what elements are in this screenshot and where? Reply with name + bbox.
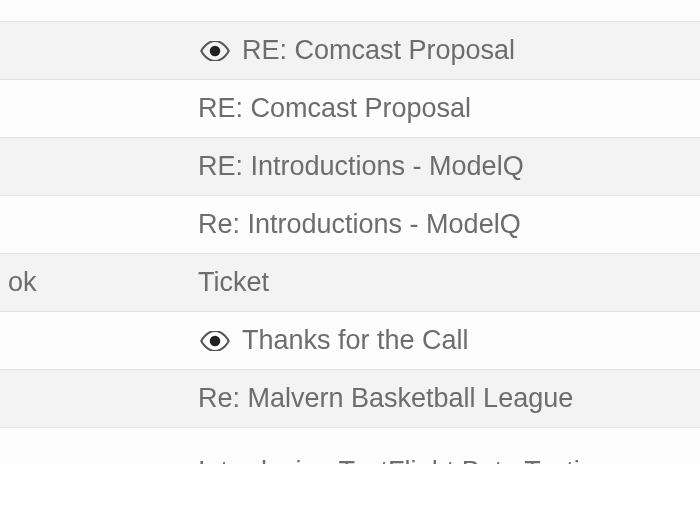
subject-text: RE: Comcast Proposal (242, 35, 515, 66)
subject-cell: RE: Comcast Proposal (198, 93, 700, 124)
subject-text: Thanks for the Call (242, 325, 469, 356)
subject-text: Introducing TestFlight Beta Testing (198, 456, 610, 464)
subject-text: RE: Comcast Proposal (198, 93, 471, 124)
subject-cell: Introducing TestFlight Beta Testing (198, 456, 700, 464)
subject-text: RE: Introductions - ModelQ (198, 151, 524, 182)
email-row[interactable]: ok Ticket (0, 254, 700, 312)
email-row[interactable]: RE: Introductions - ModelQ (0, 138, 700, 196)
subject-cell: RE: Introductions - ModelQ (198, 151, 700, 182)
subject-text: Re: Malvern Basketball League (198, 383, 573, 414)
email-row[interactable]: RE: Comcast Proposal (0, 22, 700, 80)
sender-cell: ok (0, 267, 198, 298)
subject-cell: RE: Comcast Proposal (198, 34, 700, 68)
svg-point-1 (210, 335, 221, 346)
email-row[interactable]: RE: Comcast Proposal (0, 80, 700, 138)
subject-cell: Ticket (198, 267, 700, 298)
eye-icon (198, 34, 232, 68)
subject-cell: Re: Introductions - ModelQ (198, 209, 700, 240)
subject-cell: Re: Malvern Basketball League (198, 383, 700, 414)
email-list: RE: Comcast Proposal RE: Comcast Proposa… (0, 0, 700, 464)
subject-text: Re: Introductions - ModelQ (198, 209, 521, 240)
sender-text: ok (8, 267, 37, 297)
email-row[interactable]: Re: Introductions - ModelQ (0, 196, 700, 254)
email-row[interactable]: Thanks for the Call (0, 312, 700, 370)
svg-point-0 (210, 45, 221, 56)
subject-cell: Thanks for the Call (198, 324, 700, 358)
email-row[interactable]: Re: Malvern Basketball League (0, 370, 700, 428)
email-row[interactable]: Introducing TestFlight Beta Testing (0, 428, 700, 464)
email-row[interactable]: RE: Comcast Proposal (0, 0, 700, 22)
eye-icon (198, 324, 232, 358)
subject-text: Ticket (198, 267, 269, 298)
